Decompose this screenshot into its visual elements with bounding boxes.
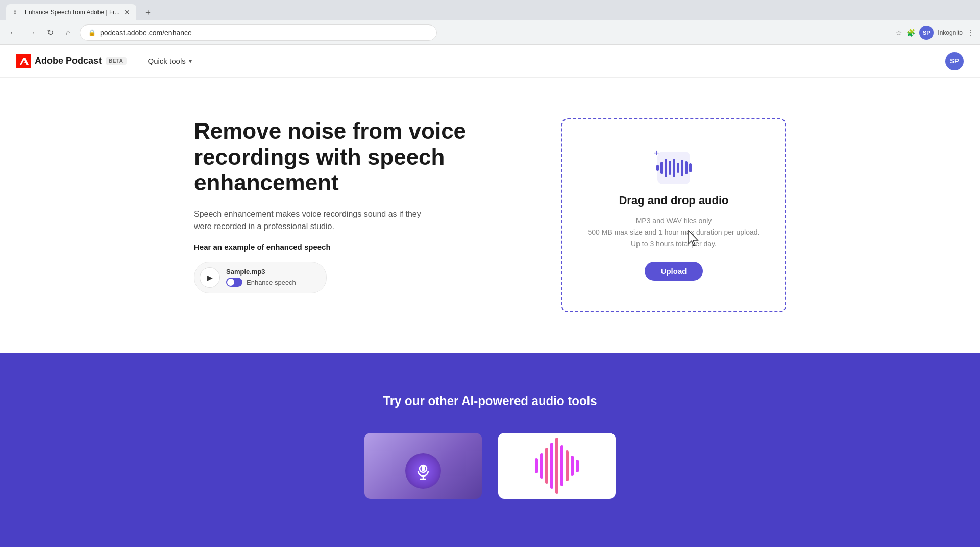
microphone-icon bbox=[414, 462, 432, 480]
hear-example-link[interactable]: Hear an example of enhanced speech bbox=[194, 243, 500, 252]
brand-name: Adobe Podcast bbox=[35, 56, 102, 66]
tool-card-record[interactable] bbox=[364, 433, 482, 499]
bottom-section: Try our other AI-powered audio tools bbox=[0, 353, 980, 547]
browser-right-icons: ☆ 🧩 SP Inkognito ⋮ bbox=[896, 26, 974, 40]
quick-tools-label: Quick tools bbox=[148, 57, 186, 65]
enhance-toggle-row: Enhance speech bbox=[226, 278, 296, 287]
lock-icon: 🔒 bbox=[88, 29, 96, 36]
sample-name: Sample.mp3 bbox=[226, 268, 296, 276]
tools-grid bbox=[61, 433, 919, 499]
tab-title: Enhance Speech from Adobe | Fr... bbox=[24, 9, 120, 16]
upload-icon bbox=[657, 152, 690, 184]
bookmark-icon[interactable]: ☆ bbox=[896, 29, 902, 37]
drag-drop-title: Drag and drop audio bbox=[619, 194, 728, 207]
forward-button[interactable]: → bbox=[24, 26, 39, 40]
user-avatar[interactable]: SP bbox=[945, 52, 964, 70]
enhance-toggle[interactable] bbox=[226, 278, 242, 287]
browser-tab[interactable]: 🎙 Enhance Speech from Adobe | Fr... ✕ bbox=[6, 4, 136, 20]
upload-icon-wrapper: + bbox=[656, 150, 692, 186]
adobe-logo[interactable]: Adobe Podcast BETA bbox=[16, 54, 127, 68]
left-section: Remove noise from voice recordings with … bbox=[194, 118, 500, 293]
home-button[interactable]: ⌂ bbox=[61, 26, 76, 40]
reload-button[interactable]: ↻ bbox=[43, 26, 57, 40]
waveform-visual bbox=[535, 438, 579, 494]
app-header: Adobe Podcast BETA Quick tools ▾ SP bbox=[0, 45, 980, 78]
tool-card-record-icon bbox=[405, 453, 441, 489]
address-bar[interactable]: 🔒 bbox=[80, 24, 437, 41]
url-input[interactable] bbox=[100, 29, 428, 37]
main-content: Remove noise from voice recordings with … bbox=[0, 78, 980, 353]
main-subtitle: Speech enhancement makes voice recording… bbox=[194, 208, 439, 233]
main-title: Remove noise from voice recordings with … bbox=[194, 118, 500, 196]
upload-button[interactable]: Upload bbox=[645, 262, 703, 281]
plus-icon: + bbox=[654, 148, 659, 159]
enhance-toggle-label: Enhance speech bbox=[247, 279, 296, 286]
upload-format-note: MP3 and WAV files only 500 MB max size a… bbox=[583, 215, 765, 249]
browser-titlebar: 🎙 Enhance Speech from Adobe | Fr... ✕ ＋ bbox=[0, 0, 980, 20]
menu-icon[interactable]: ⋮ bbox=[967, 29, 974, 37]
profile-initials: SP bbox=[923, 30, 930, 36]
sample-info: Sample.mp3 Enhance speech bbox=[226, 268, 296, 287]
incognito-label: Inkognito bbox=[938, 29, 963, 36]
browser-controls: ← → ↻ ⌂ 🔒 ☆ 🧩 SP Inkognito ⋮ bbox=[0, 20, 980, 45]
user-initials: SP bbox=[950, 57, 959, 65]
bottom-title: Try our other AI-powered audio tools bbox=[61, 394, 919, 408]
waveform-bars bbox=[656, 159, 692, 177]
chevron-down-icon: ▾ bbox=[189, 58, 192, 65]
quick-tools-button[interactable]: Quick tools ▾ bbox=[143, 54, 197, 68]
tool-card-edit[interactable] bbox=[498, 433, 616, 499]
beta-badge: BETA bbox=[106, 57, 126, 65]
header-right: SP bbox=[945, 52, 964, 70]
close-tab-icon[interactable]: ✕ bbox=[124, 8, 130, 16]
sample-player: ▶ Sample.mp3 Enhance speech bbox=[194, 262, 327, 293]
extensions-icon[interactable]: 🧩 bbox=[906, 29, 915, 37]
profile-icon[interactable]: SP bbox=[919, 26, 934, 40]
back-button[interactable]: ← bbox=[6, 26, 20, 40]
upload-zone[interactable]: + Drag and drop audio MP3 and WAV files … bbox=[561, 118, 786, 312]
new-tab-button[interactable]: ＋ bbox=[140, 5, 156, 19]
browser-chrome: 🎙 Enhance Speech from Adobe | Fr... ✕ ＋ … bbox=[0, 0, 980, 45]
play-button[interactable]: ▶ bbox=[200, 267, 220, 288]
svg-rect-1 bbox=[422, 465, 425, 471]
tab-favicon: 🎙 bbox=[12, 8, 20, 16]
adobe-icon bbox=[16, 54, 31, 68]
